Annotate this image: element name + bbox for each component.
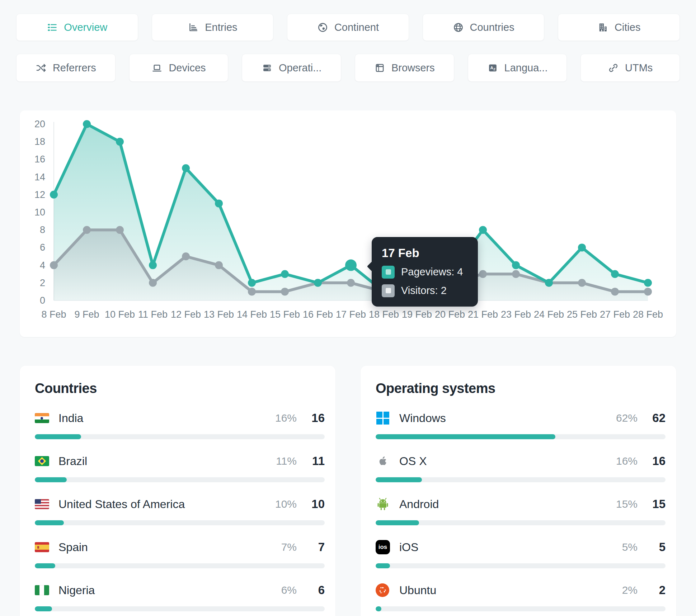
tooltip-date: 17 Feb [382, 246, 468, 260]
svg-text:18: 18 [34, 136, 45, 147]
svg-text:25 Feb: 25 Feb [567, 309, 597, 320]
tab-label: Cities [615, 22, 641, 33]
tab-browsers[interactable]: Browsers [355, 54, 454, 82]
ios-icon: ios [376, 540, 391, 554]
traffic-line-chart[interactable]: 024681012141618208 Feb9 Feb10 Feb11 Feb1… [20, 110, 676, 337]
svg-text:20: 20 [34, 119, 45, 129]
india-flag-icon [35, 413, 50, 423]
svg-text:11 Feb: 11 Feb [138, 309, 168, 320]
list-item[interactable]: Brazil 11% 11 [35, 453, 325, 482]
svg-text:24 Feb: 24 Feb [534, 309, 564, 320]
os-percent: 5% [598, 541, 638, 553]
tab-devices[interactable]: Devices [129, 54, 229, 82]
country-count: 7 [297, 540, 325, 554]
nigeria-flag-icon [35, 585, 50, 595]
list-item[interactable]: Windows 62% 62 [376, 410, 666, 439]
tab-continent[interactable]: Continent [287, 14, 409, 41]
spain-flag-icon [35, 542, 50, 552]
os-percent: 16% [598, 455, 638, 467]
svg-text:12 Feb: 12 Feb [171, 309, 201, 320]
shuffle-icon [36, 62, 47, 74]
country-percent: 11% [257, 455, 297, 467]
list-item[interactable]: India 16% 16 [35, 410, 325, 439]
progress-bar [35, 563, 325, 568]
usa-flag-icon [35, 499, 50, 509]
link-icon [608, 62, 619, 74]
operating-systems-title: Operating systems [376, 381, 666, 396]
browser-window-icon [374, 62, 385, 74]
svg-text:16: 16 [34, 154, 45, 165]
svg-text:6: 6 [40, 242, 45, 253]
tooltip-visitors-text: Visitors: 2 [401, 285, 447, 297]
list-item[interactable]: Android 15% 15 [376, 496, 666, 525]
tab-overview[interactable]: Overview [16, 14, 138, 41]
brazil-flag-icon [35, 456, 50, 466]
country-name: Brazil [58, 455, 257, 468]
tab-entries[interactable]: Entries [152, 14, 274, 41]
svg-text:Z: Z [493, 67, 495, 71]
svg-text:8: 8 [40, 224, 45, 235]
android-icon [376, 497, 391, 511]
tab-label: Langua... [504, 62, 548, 74]
countries-panel: Countries India 16% 16 Brazil 11% 11 Uni… [20, 366, 335, 616]
svg-text:27 Feb: 27 Feb [600, 309, 630, 320]
globe-icon [453, 22, 464, 33]
country-percent: 6% [257, 584, 297, 596]
list-item[interactable]: Ubuntu 2% 2 [376, 582, 666, 611]
os-name: iOS [399, 541, 598, 554]
laptop-icon [151, 62, 163, 74]
list-item[interactable]: OS X 16% 16 [376, 453, 666, 482]
tab-utms[interactable]: UTMs [580, 54, 680, 82]
list-item[interactable]: ios iOS 5% 5 [376, 539, 666, 568]
tab-operating-systems[interactable]: Operati... [242, 54, 341, 82]
tooltip-pageviews-text: Pageviews: 4 [401, 266, 463, 278]
country-count: 11 [297, 454, 325, 468]
svg-text:2: 2 [40, 278, 45, 288]
countries-title: Countries [35, 381, 325, 396]
list-item[interactable]: Spain 7% 7 [35, 539, 325, 568]
svg-text:20 Feb: 20 Feb [435, 309, 465, 320]
tab-label: Countries [470, 22, 514, 33]
svg-text:17 Feb: 17 Feb [336, 309, 366, 320]
svg-text:8 Feb: 8 Feb [41, 309, 66, 320]
list-item[interactable]: United States of America 10% 10 [35, 496, 325, 525]
visitors-swatch-icon [382, 284, 395, 297]
svg-text:18 Feb: 18 Feb [369, 309, 399, 320]
svg-text:12: 12 [34, 189, 45, 200]
tab-row-primary: Overview Entries Continent Countries Cit… [16, 14, 680, 41]
country-count: 16 [297, 411, 325, 425]
os-count: 2 [638, 583, 666, 597]
country-name: Nigeria [58, 584, 257, 597]
progress-bar [376, 606, 666, 611]
bar-chart-icon [188, 22, 199, 33]
tab-languages[interactable]: AZ Langua... [468, 54, 567, 82]
tab-countries[interactable]: Countries [423, 14, 545, 41]
country-count: 6 [297, 583, 325, 597]
progress-bar [376, 434, 666, 439]
svg-text:19 Feb: 19 Feb [402, 309, 432, 320]
tooltip-visitors-row: Visitors: 2 [382, 284, 468, 297]
tab-cities[interactable]: Cities [558, 14, 680, 41]
progress-bar [35, 434, 325, 439]
country-name: India [58, 412, 257, 425]
tab-referrers[interactable]: Referrers [16, 54, 116, 82]
svg-text:0: 0 [40, 295, 45, 306]
tab-label: Entries [205, 22, 237, 33]
tab-row-secondary: Referrers Devices Operati... Browsers AZ… [16, 54, 680, 82]
translate-icon: AZ [487, 62, 498, 74]
svg-text:13 Feb: 13 Feb [204, 309, 234, 320]
progress-bar [376, 563, 666, 568]
progress-bar [35, 606, 325, 611]
server-icon [262, 62, 273, 74]
country-percent: 16% [257, 412, 297, 424]
country-count: 10 [297, 497, 325, 511]
svg-text:14: 14 [34, 172, 45, 183]
windows-icon [376, 411, 391, 425]
os-name: Windows [399, 412, 598, 425]
tab-label: Continent [334, 22, 379, 33]
svg-text:23 Feb: 23 Feb [501, 309, 531, 320]
tooltip-pageviews-row: Pageviews: 4 [382, 266, 468, 279]
progress-bar [35, 477, 325, 482]
progress-bar [35, 520, 325, 525]
list-item[interactable]: Nigeria 6% 6 [35, 582, 325, 611]
